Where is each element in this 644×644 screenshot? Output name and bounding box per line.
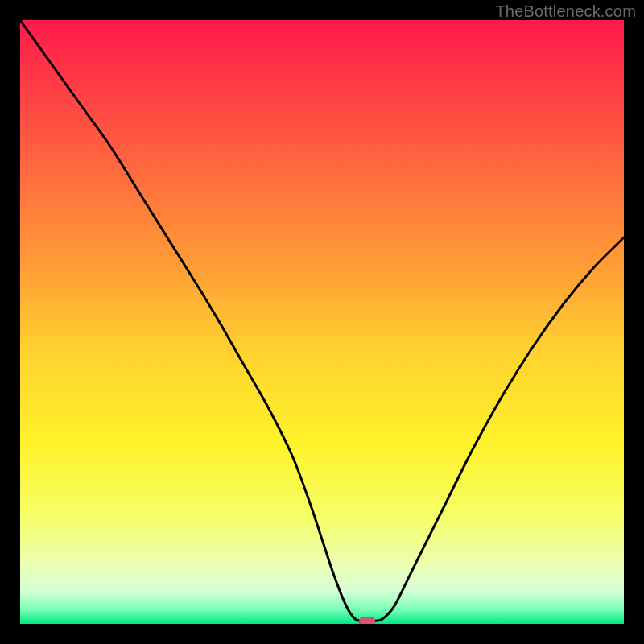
bottleneck-curve [20, 20, 624, 624]
chart-frame: TheBottleneck.com [0, 0, 644, 644]
watermark-text: TheBottleneck.com [495, 2, 636, 21]
plot-area [20, 20, 624, 624]
optimum-marker [359, 617, 375, 625]
